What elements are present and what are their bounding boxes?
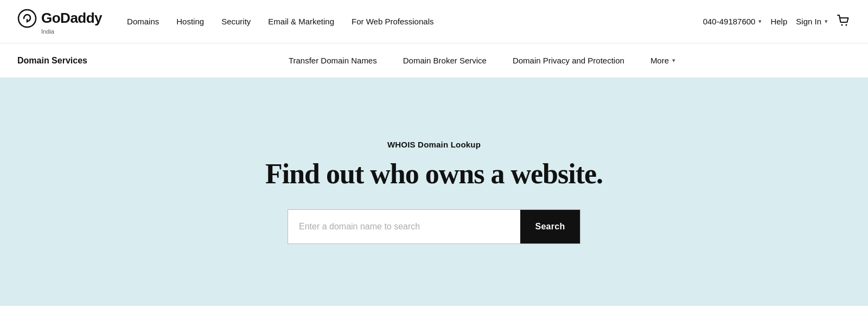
svg-point-1 (841, 24, 843, 25)
secondary-nav-links: Transfer Domain Names Domain Broker Serv… (113, 52, 851, 69)
help-link[interactable]: Help (770, 17, 787, 26)
phone-button[interactable]: 040-49187600 ▾ (703, 17, 762, 26)
sec-nav-transfer-domains[interactable]: Transfer Domain Names (276, 52, 390, 69)
signin-label: Sign In (796, 17, 821, 26)
cart-icon (837, 14, 851, 28)
sec-nav-domain-broker[interactable]: Domain Broker Service (390, 52, 500, 69)
more-button[interactable]: More ▾ (637, 52, 688, 69)
nav-right: 040-49187600 ▾ Help Sign In ▾ (703, 14, 851, 30)
domain-search-input[interactable] (288, 210, 520, 243)
more-label: More (650, 56, 669, 65)
signin-chevron-icon: ▾ (825, 18, 828, 25)
godaddy-logo-icon (17, 9, 37, 28)
hero-section: WHOIS Domain Lookup Find out who owns a … (0, 78, 868, 306)
search-bar: Search (288, 209, 580, 244)
logo-text: GoDaddy (41, 10, 102, 27)
nav-item-for-web-professionals[interactable]: For Web Professionals (344, 12, 441, 30)
hero-title: Find out who owns a website. (265, 158, 603, 190)
phone-number: 040-49187600 (703, 17, 756, 26)
more-chevron-icon: ▾ (672, 57, 675, 64)
nav-item-security[interactable]: Security (214, 12, 258, 30)
svg-point-2 (846, 24, 847, 25)
secondary-nav: Domain Services Transfer Domain Names Do… (0, 43, 868, 78)
nav-item-domains[interactable]: Domains (119, 12, 167, 30)
svg-point-0 (18, 10, 36, 27)
cart-button[interactable] (837, 14, 851, 30)
search-button[interactable]: Search (520, 210, 580, 243)
domain-services-label: Domain Services (17, 56, 87, 66)
sec-nav-domain-privacy[interactable]: Domain Privacy and Protection (500, 52, 637, 69)
nav-item-hosting[interactable]: Hosting (169, 12, 212, 30)
whois-label: WHOIS Domain Lookup (387, 140, 481, 149)
logo-subtext: India (41, 28, 54, 35)
logo-row: GoDaddy (17, 9, 102, 28)
signin-button[interactable]: Sign In ▾ (796, 17, 828, 26)
logo-link[interactable]: GoDaddy India (17, 9, 102, 35)
phone-chevron-icon: ▾ (758, 18, 762, 25)
main-nav: Domains Hosting Security Email & Marketi… (119, 12, 703, 30)
top-nav: GoDaddy India Domains Hosting Security E… (0, 0, 868, 43)
nav-item-email-marketing[interactable]: Email & Marketing (260, 12, 342, 30)
